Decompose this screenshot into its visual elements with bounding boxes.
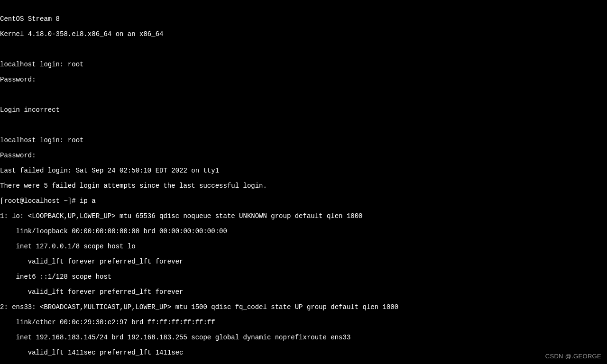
login-prompt-2: localhost login: root — [0, 136, 607, 144]
ip-output-lo-inet: inet 127.0.0.1/8 scope host lo — [0, 243, 607, 250]
ip-output-ens33-header: 2: ens33: <BROADCAST,MULTICAST,UP,LOWER_… — [0, 303, 607, 311]
failed-attempts: There were 5 failed login attempts since… — [0, 182, 607, 190]
os-banner: CentOS Stream 8 — [0, 15, 607, 23]
terminal-screen[interactable]: CentOS Stream 8 Kernel 4.18.0-358.el8.x8… — [0, 0, 607, 364]
ip-output-ens33-inet: inet 192.168.183.145/24 brd 192.168.183.… — [0, 334, 607, 341]
ip-output-lo-header: 1: lo: <LOOPBACK,UP,LOWER_UP> mtu 65536 … — [0, 212, 607, 220]
blank-line — [0, 91, 607, 99]
login-prompt-1: localhost login: root — [0, 61, 607, 68]
login-incorrect: Login incorrect — [0, 106, 607, 114]
password-prompt-1: Password: — [0, 76, 607, 83]
watermark-text: CSDN @.GEORGE — [545, 353, 601, 360]
ip-output-lo-link: link/loopback 00:00:00:00:00:00 brd 00:0… — [0, 228, 607, 235]
shell-prompt-ip-a: [root@localhost ~]# ip a — [0, 197, 607, 205]
kernel-banner: Kernel 4.18.0-358.el8.x86_64 on an x86_6… — [0, 30, 607, 38]
ip-output-ens33-link: link/ether 00:0c:29:30:e2:97 brd ff:ff:f… — [0, 318, 607, 326]
blank-line — [0, 46, 607, 53]
ip-output-lo-valid6: valid_lft forever preferred_lft forever — [0, 288, 607, 296]
blank-line — [0, 121, 607, 129]
password-prompt-2: Password: — [0, 152, 607, 159]
ip-output-lo-inet6: inet6 ::1/128 scope host — [0, 273, 607, 281]
ip-output-ens33-valid: valid_lft 1411sec preferred_lft 1411sec — [0, 349, 607, 356]
ip-output-lo-valid: valid_lft forever preferred_lft forever — [0, 258, 607, 265]
last-failed-login: Last failed login: Sat Sep 24 02:50:10 E… — [0, 167, 607, 174]
